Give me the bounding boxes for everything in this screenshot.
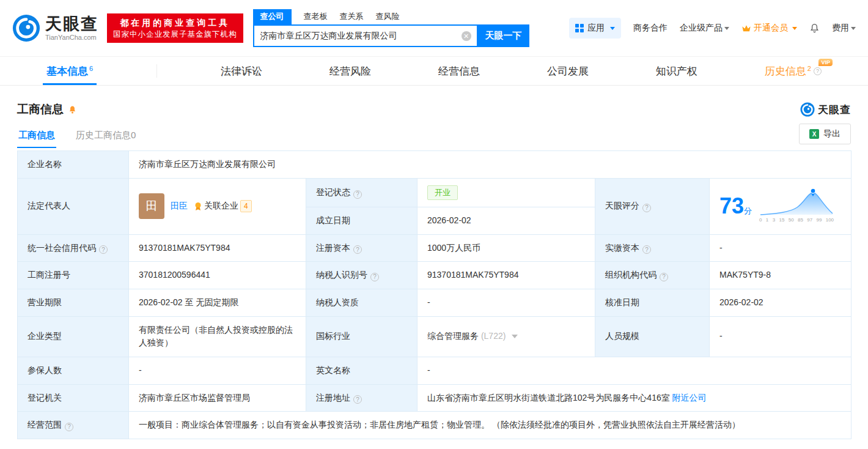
tab-company-development[interactable]: 公司发展 — [543, 57, 592, 85]
nav-cooperation[interactable]: 商务合作 — [633, 23, 668, 34]
industry-value: 综合管理服务 — [427, 331, 479, 341]
industry-code: (L722) — [481, 331, 506, 341]
apps-menu[interactable]: 应用 — [569, 18, 621, 39]
nav-open-vip[interactable]: 开通会员 — [741, 23, 797, 34]
company-type-label: 企业类型 — [18, 316, 129, 357]
credit-code-label: 统一社会信用代码? — [18, 234, 129, 262]
tab-label: 公司发展 — [547, 64, 589, 78]
subtabs-row: 工商信息 历史工商信息0 X 导出 — [0, 121, 868, 148]
subtab-business-info[interactable]: 工商信息 — [17, 125, 56, 148]
section-title: 工商信息 — [17, 102, 64, 117]
business-scope-value: 一般项目：商业综合体管理服务；以自有资金从事投资活动；非居住房地产租赁；物业管理… — [129, 412, 851, 439]
reg-status-label: 登记状态? — [306, 178, 417, 207]
industry-cell[interactable]: 综合管理服务 (L722) — [417, 316, 595, 357]
table-row: 企业类型 有限责任公司（非自然人投资或控股的法人独资） 国标行业 综合管理服务 … — [18, 316, 851, 357]
taxpayer-quality-value: - — [417, 289, 595, 316]
search-tab-boss[interactable]: 查老板 — [304, 9, 328, 24]
brand-name: 天眼查 — [45, 15, 98, 34]
reg-authority-label: 登记机关 — [18, 384, 129, 412]
chevron-down-icon — [851, 27, 856, 30]
tianyancha-logo[interactable]: 天眼查 TianYanCha.com — [12, 14, 98, 42]
help-icon[interactable]: ? — [814, 67, 822, 75]
business-term-value: 2026-02-02 至 无固定期限 — [129, 289, 306, 316]
nav-enterprise-label: 企业级产品 — [680, 23, 723, 32]
search-area: 查公司 查老板 查关系 查风险 ✕ 天眼一下 — [253, 9, 529, 47]
help-icon[interactable]: ? — [370, 273, 379, 281]
help-icon[interactable]: ? — [353, 395, 362, 404]
chevron-down-icon — [610, 27, 615, 30]
tab-basic-info[interactable]: 基本信息6 — [43, 57, 97, 85]
insured-count-label: 参保人数 — [18, 357, 129, 384]
promo-banner: 都在用的商业查询工具 国家中小企业发展子基金旗下机构 — [107, 13, 243, 43]
industry-label: 国标行业 — [306, 316, 417, 357]
help-icon[interactable]: ? — [660, 273, 668, 281]
related-companies-link[interactable]: 关联企业 4 — [194, 199, 252, 213]
notification-bell-icon[interactable] — [809, 23, 820, 34]
tab-intellectual-property[interactable]: 知识产权 — [652, 57, 701, 85]
staff-size-label: 人员规模 — [595, 316, 710, 357]
reg-address-value: 山东省济南市章丘区明水街道铁道北路102号为民服务中心416室 — [427, 393, 670, 403]
clear-search-icon[interactable]: ✕ — [462, 31, 471, 41]
table-row: 登记机关 济南市章丘区市场监督管理局 注册地址? 山东省济南市章丘区明水街道铁道… — [18, 384, 851, 412]
establish-date-label: 成立日期 — [306, 207, 417, 234]
nearby-companies-link[interactable]: 附近公司 — [672, 393, 707, 403]
crown-icon — [741, 24, 751, 32]
business-scope-label: 经营范围? — [18, 412, 129, 439]
chevron-down-icon — [792, 27, 797, 30]
alert-bell-icon[interactable] — [68, 105, 77, 115]
search-tab-company[interactable]: 查公司 — [253, 9, 292, 24]
help-icon[interactable]: ? — [99, 245, 108, 254]
tab-label: 基本信息 — [46, 64, 88, 78]
related-companies-count: 4 — [240, 200, 252, 213]
tab-legal-proceedings[interactable]: 法律诉讼 — [217, 57, 266, 85]
paid-capital-value: - — [710, 234, 851, 262]
help-icon[interactable]: ? — [642, 245, 651, 254]
search-input-wrap: ✕ — [253, 24, 478, 47]
export-button[interactable]: X 导出 — [799, 124, 851, 144]
nav-enterprise[interactable]: 企业级产品 — [680, 23, 729, 34]
company-name-value: 济南市章丘区万达商业发展有限公司 — [129, 151, 851, 179]
watermark-logo: 天眼查 — [800, 102, 851, 117]
vip-badge: VIP — [818, 59, 833, 66]
help-icon[interactable]: ? — [65, 423, 73, 431]
tab-history-info[interactable]: VIP 历史信息2 ? — [761, 57, 825, 85]
help-icon[interactable]: ? — [642, 204, 651, 212]
help-icon[interactable]: ? — [353, 245, 362, 254]
nav-fee-label: 费用 — [832, 23, 849, 32]
search-input[interactable] — [254, 26, 477, 46]
score-cell[interactable]: 73分 — [710, 178, 851, 234]
table-row: 经营范围? 一般项目：商业综合体管理服务；以自有资金从事投资活动；非居住房地产租… — [18, 412, 851, 439]
tab-operating-info[interactable]: 经营信息 — [435, 57, 484, 85]
paid-capital-label: 实缴资本? — [595, 234, 710, 262]
help-icon[interactable]: ? — [353, 190, 362, 199]
search-button[interactable]: 天眼一下 — [478, 24, 529, 47]
reg-authority-value: 济南市章丘区市场监督管理局 — [129, 384, 306, 412]
tab-label: 经营信息 — [438, 64, 480, 78]
apps-grid-icon — [575, 24, 584, 32]
english-name-value: - — [417, 357, 851, 384]
nav-vip-label: 开通会员 — [754, 23, 788, 34]
business-term-label: 营业期限 — [18, 289, 129, 316]
reg-number-value: 370181200596441 — [129, 262, 306, 289]
search-row: ✕ 天眼一下 — [253, 24, 529, 47]
english-name-label: 英文名称 — [306, 357, 417, 384]
watermark-brand-text: 天眼查 — [818, 103, 851, 117]
page-tabs: 基本信息6 法律诉讼 经营风险 经营信息 公司发展 知识产权 VIP 历史信息2… — [0, 56, 868, 86]
tab-operating-risk[interactable]: 经营风险 — [326, 57, 375, 85]
score-axis-ticks: 0131550859799100 — [759, 217, 834, 224]
brand-domain: TianYanCha.com — [45, 34, 98, 41]
tab-label: 历史信息 — [765, 64, 806, 78]
search-tab-relation[interactable]: 查关系 — [340, 9, 364, 24]
subtab-history-business-info[interactable]: 历史工商信息0 — [75, 125, 137, 148]
avatar[interactable]: 田 — [139, 193, 164, 219]
score-curve-chart: 0131550859799100 — [759, 188, 834, 224]
score-unit: 分 — [744, 206, 752, 215]
nav-fee[interactable]: 费用 — [832, 23, 856, 34]
status-badge: 开业 — [427, 185, 458, 200]
tianyancha-logo-icon — [12, 14, 40, 42]
tab-badge: 6 — [89, 65, 93, 72]
credit-code-value: 91370181MAK75YT984 — [129, 234, 306, 262]
tab-label: 法律诉讼 — [221, 64, 262, 78]
search-tab-risk[interactable]: 查风险 — [376, 9, 400, 24]
legal-rep-name-link[interactable]: 田臣 — [171, 199, 188, 213]
